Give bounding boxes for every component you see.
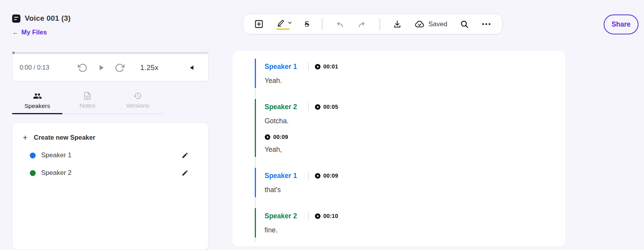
transcript-panel: Speaker 1 00:01 Yeah. Speaker 2 bbox=[232, 51, 565, 246]
edit-speaker-button[interactable] bbox=[181, 152, 189, 159]
play-circle-icon bbox=[315, 104, 321, 110]
segment-speaker-label[interactable]: Speaker 1 bbox=[265, 63, 297, 71]
speaker-list-item[interactable]: Speaker 2 bbox=[23, 169, 198, 177]
search-button[interactable] bbox=[460, 20, 469, 29]
highlight-color-bar bbox=[276, 29, 290, 30]
create-new-speaker-button[interactable]: + Create new Speaker bbox=[23, 133, 198, 142]
toolbar-divider bbox=[379, 18, 380, 30]
segment-cue-timestamp-button[interactable]: 00:09 bbox=[265, 134, 565, 140]
sidebar-tabs: Speakers Notes Versions bbox=[12, 88, 163, 114]
replay-icon bbox=[78, 63, 87, 73]
speaker-color-dot bbox=[30, 170, 36, 176]
chevron-down-icon bbox=[288, 21, 292, 25]
transcript-segment: Speaker 2 00:10 fine. bbox=[255, 208, 565, 237]
search-icon bbox=[460, 20, 469, 29]
redo-button[interactable] bbox=[357, 20, 366, 29]
segment-divider bbox=[308, 172, 309, 180]
segment-divider bbox=[308, 212, 309, 220]
time-display: 0:00 / 0:13 bbox=[20, 64, 49, 71]
tab-label: Versions bbox=[126, 102, 149, 109]
save-status: Saved bbox=[414, 19, 447, 29]
tab-versions[interactable]: Versions bbox=[112, 88, 163, 113]
speaker-name: Speaker 1 bbox=[41, 151, 72, 159]
skip-back-button[interactable] bbox=[78, 63, 87, 73]
transcript-segment: Speaker 2 00:05 Gotcha. 00:09 Yeah, bbox=[255, 99, 565, 157]
insert-box-icon bbox=[254, 19, 264, 29]
create-speaker-label: Create new Speaker bbox=[34, 134, 95, 141]
pencil-icon bbox=[181, 169, 189, 176]
plus-icon: + bbox=[23, 133, 27, 142]
segment-timestamp-button[interactable]: 00:09 bbox=[315, 173, 338, 179]
play-icon bbox=[97, 63, 105, 72]
segment-timestamp-button[interactable]: 00:05 bbox=[315, 104, 338, 110]
segment-time: 00:09 bbox=[273, 134, 288, 140]
speakers-icon bbox=[33, 92, 42, 101]
highlighter-button[interactable] bbox=[276, 18, 292, 30]
download-button[interactable] bbox=[393, 20, 402, 29]
volume-button[interactable] bbox=[189, 64, 197, 72]
playback-speed-button[interactable]: 1.25x bbox=[140, 63, 159, 72]
editor-toolbar: S Saved bbox=[243, 14, 503, 34]
segment-time: 00:09 bbox=[323, 173, 338, 179]
segment-time: 00:10 bbox=[323, 213, 338, 219]
segment-speaker-label[interactable]: Speaker 2 bbox=[265, 103, 297, 111]
play-circle-icon bbox=[265, 134, 270, 140]
ellipsis-icon: ••• bbox=[482, 21, 492, 28]
app-window: Voice 001 (3) ← My Files 0:00 / 0:13 bbox=[0, 0, 644, 250]
strikethrough-button[interactable]: S bbox=[305, 20, 309, 29]
download-icon bbox=[393, 20, 402, 29]
speaker-list-item[interactable]: Speaker 1 bbox=[23, 151, 198, 159]
redo-icon bbox=[357, 20, 366, 29]
segment-divider bbox=[308, 63, 309, 70]
segment-divider bbox=[308, 103, 309, 111]
more-options-button[interactable]: ••• bbox=[482, 21, 492, 28]
strikethrough-icon: S bbox=[305, 20, 309, 29]
page-title: Voice 001 (3) bbox=[25, 14, 71, 23]
segment-text[interactable]: Gotcha. bbox=[265, 117, 565, 125]
play-circle-icon bbox=[315, 173, 321, 179]
cloud-check-icon bbox=[414, 19, 425, 29]
share-button[interactable]: Share bbox=[604, 14, 639, 34]
highlighter-icon bbox=[276, 18, 285, 27]
skip-forward-button[interactable] bbox=[115, 63, 125, 73]
segment-speaker-label[interactable]: Speaker 2 bbox=[265, 212, 297, 220]
segment-time: 00:05 bbox=[323, 104, 338, 110]
tab-label: Notes bbox=[80, 102, 96, 109]
back-arrow-icon: ← bbox=[12, 29, 19, 36]
document-icon bbox=[12, 14, 20, 23]
segment-text[interactable]: that's bbox=[265, 186, 565, 194]
speaker-color-dot bbox=[30, 153, 36, 158]
back-to-my-files-link[interactable]: ← My Files bbox=[12, 29, 71, 36]
back-link-label: My Files bbox=[22, 29, 47, 36]
speakers-panel: + Create new Speaker Speaker 1 Speaker 2 bbox=[12, 122, 209, 250]
file-header: Voice 001 (3) ← My Files bbox=[12, 14, 71, 36]
segment-timestamp-button[interactable]: 00:01 bbox=[315, 63, 338, 70]
tab-speakers[interactable]: Speakers bbox=[12, 88, 62, 114]
play-circle-icon bbox=[315, 64, 321, 70]
saved-label: Saved bbox=[428, 20, 447, 28]
transcript-segment: Speaker 1 00:01 Yeah. bbox=[255, 59, 565, 88]
segment-speaker-label[interactable]: Speaker 1 bbox=[265, 172, 297, 180]
tab-label: Speakers bbox=[24, 103, 50, 110]
segment-text[interactable]: fine. bbox=[265, 226, 565, 234]
tab-notes[interactable]: Notes bbox=[62, 88, 112, 113]
play-circle-icon bbox=[315, 213, 321, 219]
volume-icon bbox=[189, 64, 197, 72]
forward-icon bbox=[115, 63, 125, 73]
seek-bar[interactable] bbox=[13, 52, 208, 54]
segment-timestamp-button[interactable]: 00:10 bbox=[315, 213, 338, 219]
edit-speaker-button[interactable] bbox=[181, 169, 189, 176]
notes-icon bbox=[83, 92, 92, 100]
versions-icon bbox=[133, 92, 142, 100]
audio-player: 0:00 / 0:13 1.25x bbox=[12, 50, 209, 81]
toolbar-divider bbox=[322, 18, 323, 30]
seek-progress bbox=[13, 52, 15, 54]
segment-text[interactable]: Yeah. bbox=[265, 77, 565, 85]
insert-box-button[interactable] bbox=[254, 19, 264, 29]
transcript-segment: Speaker 1 00:09 that's bbox=[255, 168, 565, 197]
speaker-name: Speaker 2 bbox=[41, 169, 72, 177]
play-button[interactable] bbox=[97, 63, 105, 72]
undo-button[interactable] bbox=[335, 20, 345, 29]
segment-text[interactable]: Yeah, bbox=[265, 146, 565, 154]
undo-icon bbox=[335, 20, 345, 29]
